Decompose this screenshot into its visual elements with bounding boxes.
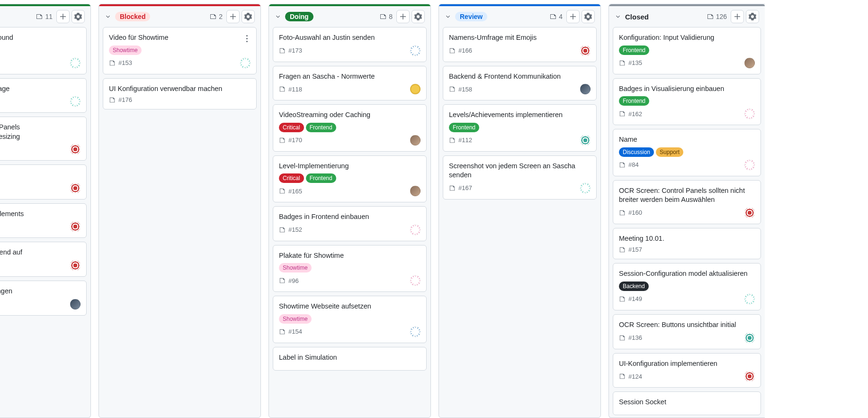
avatar[interactable] [70, 144, 81, 154]
card-labels: CriticalFrontend [279, 123, 421, 132]
card-footer: #118 [279, 84, 421, 94]
card[interactable]: Konfiguration: Input ValidierungFrontend… [613, 27, 761, 74]
card[interactable]: Session-Configuration model aktualisiere… [613, 263, 761, 310]
card[interactable]: Videos [0, 164, 87, 200]
card-title: UI-Konfiguration implementieren [619, 359, 755, 369]
avatar[interactable] [580, 45, 591, 56]
avatar[interactable] [410, 327, 421, 337]
card-labels: Frontend [449, 123, 591, 132]
card[interactable]: Meeting 10.01.#157 [613, 228, 761, 260]
column-title-pill: Review [455, 12, 487, 21]
chevron-down-icon[interactable] [615, 13, 621, 20]
add-card-button[interactable] [566, 10, 580, 23]
card-footer [0, 144, 81, 154]
card[interactable]: Session Socket [613, 391, 761, 415]
card[interactable]: Video für ShowtimeShowtime#153 [103, 27, 257, 74]
avatar[interactable] [410, 45, 421, 56]
avatar[interactable] [410, 186, 421, 196]
card[interactable]: Badges in Visualisierung einbauenFronten… [613, 78, 761, 126]
avatar[interactable] [744, 109, 755, 119]
issue-ref: #167 [449, 184, 472, 191]
card-footer [0, 260, 81, 271]
avatar[interactable] [70, 96, 81, 107]
card-title: Badges in Frontend einbauen [279, 212, 421, 222]
card[interactable]: OCR Screen: Control Panels sollten nicht… [613, 180, 761, 224]
card[interactable]: npassungen [0, 281, 87, 316]
card-labels: DiscussionSupport [619, 147, 755, 157]
card[interactable]: Namens-Umfrage mit Emojis#166 [443, 27, 597, 62]
add-card-button[interactable] [731, 10, 744, 23]
card[interactable]: Plakate für ShowtimeShowtime#96 [273, 245, 427, 292]
avatar[interactable] [240, 58, 251, 68]
avatar[interactable] [70, 260, 81, 271]
avatar[interactable] [744, 208, 755, 218]
card[interactable]: Fragen an Sascha - Normwerte#118 [273, 66, 427, 101]
column-settings-button[interactable] [242, 10, 255, 23]
card-title: Login Page [0, 84, 81, 94]
column-settings-button[interactable] [412, 10, 425, 23]
card[interactable]: ge: UI Elements [0, 203, 87, 238]
card-title: VideoStreaming oder Caching [279, 110, 421, 120]
card[interactable]: Label in Simulation [273, 347, 427, 371]
avatar[interactable] [410, 275, 421, 286]
kebab-icon[interactable] [242, 32, 251, 45]
card[interactable]: UI-Konfiguration implementieren#124 [613, 353, 761, 388]
card[interactable]: Levels/Achievements implementierenFronte… [443, 104, 597, 152]
issue-ref: #158 [449, 86, 472, 93]
avatar[interactable] [744, 58, 755, 68]
card[interactable]: Control Panels adow-Resizing [0, 117, 87, 161]
avatar[interactable] [70, 58, 81, 68]
column-partial: 11Warn-SoundndLogin PageControl Panels a… [0, 4, 91, 418]
avatar[interactable] [410, 84, 421, 94]
card[interactable]: UI Konfiguration verwendbar machen#176 [103, 78, 257, 110]
avatar[interactable] [744, 333, 755, 343]
card[interactable]: Warn-Soundnd [0, 27, 87, 74]
card-labels: Showtime [279, 314, 421, 324]
card-title: Badges in Visualisierung einbauen [619, 84, 755, 94]
card-footer [0, 299, 81, 309]
card[interactable]: Foto-Auswahl an Justin senden#173 [273, 27, 427, 62]
card[interactable]: Badges in Frontend einbauen#152 [273, 206, 427, 241]
chevron-down-icon[interactable] [275, 13, 281, 20]
column-settings-button[interactable] [746, 10, 759, 23]
avatar[interactable] [580, 183, 591, 193]
issue-ref: #173 [279, 47, 302, 54]
label-frontend: Frontend [619, 45, 649, 55]
card[interactable]: Login Page [0, 78, 87, 113]
add-card-button[interactable] [396, 10, 410, 23]
card[interactable]: Level-ImplementierungCriticalFrontend#16… [273, 155, 427, 203]
avatar[interactable] [70, 183, 81, 193]
column-header: Closed126 [609, 4, 765, 27]
avatar[interactable] [70, 221, 81, 232]
column-count: 11 [36, 13, 53, 20]
label-critical: Critical [279, 173, 304, 183]
card[interactable]: Screenshot von jedem Screen an Sascha se… [443, 155, 597, 200]
avatar[interactable] [744, 371, 755, 382]
column-header: Doing8 [269, 4, 430, 27]
column-settings-button[interactable] [72, 10, 85, 23]
add-card-button[interactable] [226, 10, 240, 23]
chevron-down-icon[interactable] [105, 13, 111, 20]
card-labels: CriticalFrontend [279, 173, 421, 183]
avatar[interactable] [580, 135, 591, 145]
add-card-button[interactable] [56, 10, 70, 23]
card[interactable]: NameDiscussionSupport#84 [613, 129, 761, 176]
card[interactable]: Backend & Frontend Kommunikation#158 [443, 66, 597, 101]
card[interactable]: Showtime Webseite aufsetzenShowtime#154 [273, 296, 427, 343]
avatar[interactable] [744, 160, 755, 170]
column-settings-button[interactable] [582, 10, 595, 23]
avatar[interactable] [410, 225, 421, 235]
card-footer [0, 58, 81, 68]
card[interactable]: OCR Screen: Buttons unsichtbar initial#1… [613, 314, 761, 349]
card-title: Screenshot von jedem Screen an Sascha se… [449, 162, 591, 180]
avatar[interactable] [744, 294, 755, 304]
avatar[interactable] [70, 299, 81, 309]
card[interactable]: n basierend auf [0, 242, 87, 277]
card[interactable]: VideoStreaming oder CachingCriticalFront… [273, 104, 427, 152]
card-title: npassungen [0, 287, 81, 296]
card-footer: #162 [619, 109, 755, 119]
avatar[interactable] [410, 135, 421, 145]
avatar[interactable] [580, 84, 591, 94]
chevron-down-icon[interactable] [445, 13, 451, 20]
column-count: 8 [379, 13, 393, 20]
